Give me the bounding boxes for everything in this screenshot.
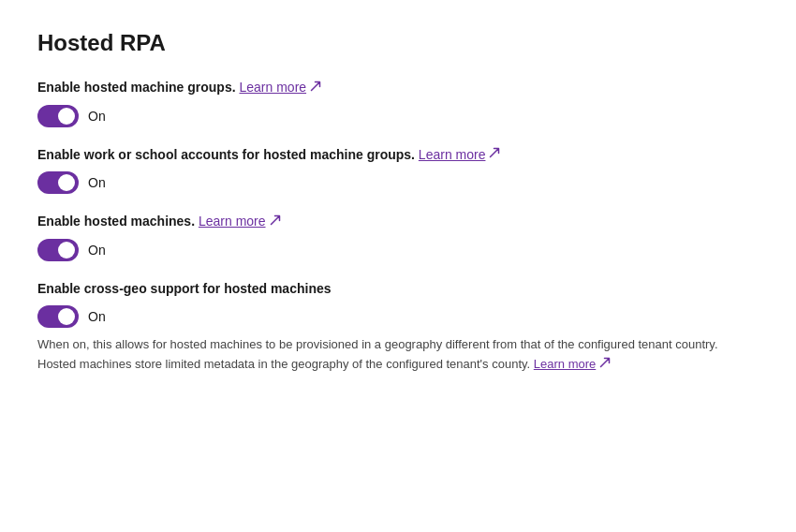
setting-section-hosted-machines: Enable hosted machines. Learn more On (37, 213, 759, 261)
toggle-hosted-machine-groups[interactable] (37, 105, 79, 127)
setting-label-hosted-machine-groups: Enable hosted machine groups. Learn more (37, 79, 759, 97)
external-link-icon (270, 214, 281, 230)
toggle-track (37, 171, 79, 194)
setting-section-work-school-accounts: Enable work or school accounts for hoste… (37, 146, 759, 195)
learn-more-link-hosted-machine-groups[interactable]: Learn more (239, 80, 306, 95)
setting-label-cross-geo-support: Enable cross-geo support for hosted mach… (37, 280, 759, 299)
toggle-track (37, 305, 79, 328)
toggle-row-cross-geo-support: On (37, 305, 759, 328)
learn-more-link-work-school-accounts[interactable]: Learn more (419, 147, 486, 162)
toggle-thumb (58, 108, 75, 125)
toggle-cross-geo-support[interactable] (37, 305, 79, 328)
page-title: Hosted RPA (37, 30, 759, 56)
description-learn-more-link-cross-geo-support[interactable]: Learn more (534, 357, 596, 371)
toggle-thumb (58, 242, 75, 259)
external-link-icon (489, 147, 500, 163)
toggle-state-label-cross-geo-support: On (88, 309, 106, 324)
setting-label-work-school-accounts: Enable work or school accounts for hoste… (37, 146, 759, 165)
settings-container: Enable hosted machine groups. Learn more… (37, 79, 759, 375)
toggle-work-school-accounts[interactable] (37, 171, 79, 194)
toggle-state-label-hosted-machines: On (88, 243, 106, 258)
toggle-row-hosted-machines: On (37, 239, 759, 261)
external-link-icon (599, 356, 611, 374)
toggle-track (37, 105, 79, 127)
setting-description-cross-geo-support: When on, this allows for hosted machines… (37, 335, 759, 375)
toggle-thumb (58, 308, 75, 325)
external-link-icon (310, 81, 321, 96)
toggle-row-work-school-accounts: On (37, 171, 759, 194)
toggle-hosted-machines[interactable] (37, 239, 79, 261)
toggle-state-label-hosted-machine-groups: On (88, 109, 106, 124)
learn-more-link-hosted-machines[interactable]: Learn more (199, 214, 266, 229)
toggle-track (37, 239, 79, 261)
setting-label-hosted-machines: Enable hosted machines. Learn more (37, 213, 759, 231)
setting-section-cross-geo-support: Enable cross-geo support for hosted mach… (37, 280, 759, 375)
toggle-row-hosted-machine-groups: On (37, 105, 759, 127)
toggle-thumb (58, 174, 75, 191)
toggle-state-label-work-school-accounts: On (88, 175, 106, 190)
setting-section-hosted-machine-groups: Enable hosted machine groups. Learn more… (37, 79, 759, 127)
